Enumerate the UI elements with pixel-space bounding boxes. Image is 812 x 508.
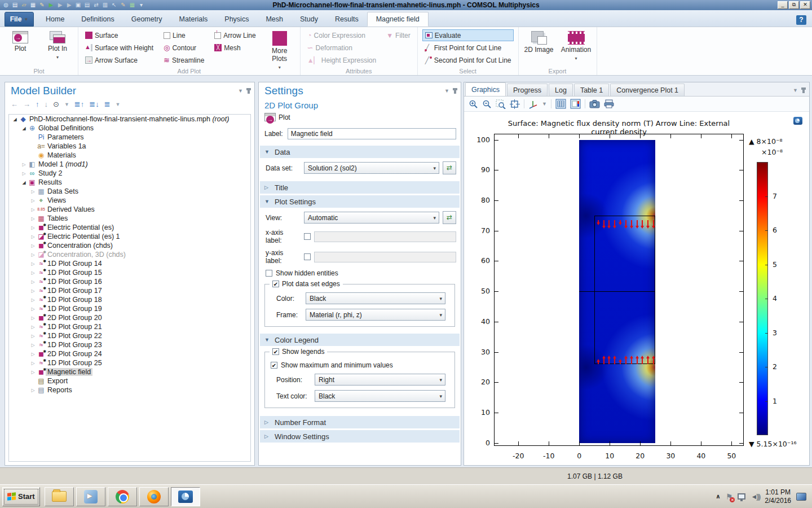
- model-tree-options-icon[interactable]: ≣: [104, 100, 111, 108]
- column-icon[interactable]: ▥: [102, 2, 109, 9]
- taskbar-button-explorer[interactable]: [45, 487, 74, 506]
- restore-button[interactable]: ⧉: [789, 1, 799, 9]
- plot-edges-checkbox[interactable]: ✔: [272, 281, 279, 287]
- collapsed-arrow-icon[interactable]: ▷: [29, 189, 37, 194]
- close-button[interactable]: ✕: [800, 1, 810, 9]
- ribbon-button-mesh[interactable]: Mesh: [212, 42, 258, 54]
- zoom-in-icon[interactable]: [469, 99, 478, 109]
- taskbar-button-media-player[interactable]: [76, 487, 105, 506]
- paste-icon[interactable]: ▤: [83, 2, 91, 9]
- plot-canvas[interactable]: Surface: Magnetic flux density norm (T) …: [464, 112, 809, 465]
- help-button[interactable]: ?: [796, 15, 806, 25]
- update-view-button[interactable]: ⇄: [443, 211, 456, 224]
- ribbon-tab-definitions[interactable]: Definitions: [73, 12, 122, 27]
- show-menu-icon[interactable]: ▼: [64, 102, 69, 107]
- ribbon-button-arrow-line[interactable]: Arrow Line: [212, 29, 258, 41]
- ribbon-button-plot[interactable]: Plot: [5, 29, 36, 53]
- stop-icon[interactable]: ▶: [65, 2, 73, 9]
- collapsed-arrow-icon[interactable]: ▷: [29, 234, 37, 239]
- panel-menu-icon[interactable]: ▼: [444, 88, 449, 94]
- ribbon-button-first-point-for-cut-line[interactable]: First Point for Cut Line: [422, 42, 514, 54]
- panel-menu-icon[interactable]: ▼: [238, 88, 243, 94]
- collapsed-arrow-icon[interactable]: ▷: [29, 388, 37, 393]
- new-file-icon[interactable]: ▤: [11, 2, 19, 9]
- tree-item-data-sets[interactable]: ▷▦Data Sets: [9, 187, 250, 196]
- save-icon[interactable]: ▦: [29, 2, 37, 9]
- minimize-button[interactable]: _: [778, 1, 788, 9]
- ribbon-tab-mesh[interactable]: Mesh: [257, 12, 292, 27]
- graphics-tab-progress[interactable]: Progress: [507, 84, 548, 96]
- clock[interactable]: 1:01 PM 2/4/2016: [765, 488, 791, 505]
- tree-item-export[interactable]: ▤Export: [9, 376, 250, 386]
- tree-item-global-definitions[interactable]: ◢⊕Global Definitions: [9, 124, 250, 133]
- tree-item-phd-microchannel-flow-final-transient-mahnetic-linus-mph[interactable]: ◢◆PhD-Microchannel-flow-final-transient-…: [9, 115, 250, 124]
- section-color-legend[interactable]: ▼ Color Legend: [260, 334, 460, 346]
- section-number-format[interactable]: ▷ Number Format: [260, 416, 460, 428]
- app-icon[interactable]: ◍: [2, 2, 10, 9]
- tree-item-model-1[interactable]: ▷◧Model 1 (mod1): [9, 160, 250, 169]
- legend-text-color-dropdown[interactable]: Black: [315, 390, 445, 402]
- pin-icon[interactable]: [248, 88, 250, 94]
- run-icon[interactable]: ▶: [47, 2, 55, 9]
- show-maxmin-checkbox[interactable]: ✔: [271, 362, 277, 369]
- print-icon[interactable]: [604, 99, 614, 108]
- show-hidden-checkbox[interactable]: [266, 270, 272, 277]
- options-menu-icon[interactable]: ▼: [116, 102, 121, 107]
- collapsed-arrow-icon[interactable]: ▷: [29, 270, 37, 275]
- graphics-tab-log[interactable]: Log: [549, 84, 573, 96]
- ribbon-button-surface[interactable]: Surface: [83, 29, 156, 41]
- duplicate-icon[interactable]: ⇄: [92, 2, 100, 9]
- ribbon-button-second-point-for-cut-line[interactable]: Second Point for Cut Line: [422, 54, 514, 66]
- volume-icon[interactable]: ◄))): [751, 493, 760, 501]
- edit-icon[interactable]: ✎: [38, 2, 46, 9]
- collapsed-arrow-icon[interactable]: ▷: [29, 216, 37, 221]
- ribbon-tab-magnetic-field[interactable]: Magnetic field: [367, 12, 429, 27]
- xaxis-label-checkbox[interactable]: [304, 233, 311, 240]
- collapse-all-icon[interactable]: ≣↑: [74, 100, 84, 108]
- frame-dropdown[interactable]: Material (r, phi, z): [306, 309, 445, 321]
- tree-item-materials[interactable]: ◉Materials: [9, 151, 250, 160]
- axis-menu-icon[interactable]: ▼: [542, 101, 547, 107]
- collapsed-arrow-icon[interactable]: ▷: [20, 171, 28, 176]
- zoom-extents-icon[interactable]: [510, 99, 520, 109]
- tree-item-variables-1a[interactable]: a=Variables 1a: [9, 142, 250, 151]
- caret-icon[interactable]: ▾: [138, 2, 145, 9]
- dataset-dropdown[interactable]: Solution 2 (sol2): [304, 162, 439, 174]
- go-to-source-button[interactable]: ⇄: [443, 161, 456, 174]
- show-icon[interactable]: ⊙: [53, 100, 59, 108]
- section-title[interactable]: ▷ Title: [260, 181, 460, 194]
- pin-icon[interactable]: [802, 87, 805, 93]
- tree-item-parameters[interactable]: PiParameters: [9, 133, 250, 142]
- collapsed-arrow-icon[interactable]: ▷: [20, 162, 28, 167]
- network-icon[interactable]: [738, 493, 745, 500]
- move-down-icon[interactable]: ↓: [45, 100, 48, 108]
- tree-item-magnetic-field[interactable]: ▷◼✱Magnetic field: [9, 367, 250, 376]
- ribbon-button-plot-in[interactable]: Plot In▾: [42, 29, 73, 60]
- collapsed-arrow-icon[interactable]: ▷: [29, 252, 37, 257]
- edge-color-dropdown[interactable]: Black: [306, 292, 445, 304]
- ribbon-tab-geometry[interactable]: Geometry: [123, 12, 171, 27]
- taskbar-button-chrome[interactable]: [108, 487, 137, 506]
- axis-orientation-icon[interactable]: [528, 99, 538, 109]
- settings-plot-button[interactable]: Plot: [259, 110, 461, 122]
- graphics-tab-table-1[interactable]: Table 1: [574, 84, 609, 96]
- ribbon-button-more-plots[interactable]: More Plots▾: [264, 29, 295, 70]
- collapsed-arrow-icon[interactable]: ▷: [29, 243, 37, 248]
- collapsed-arrow-icon[interactable]: ▷: [29, 316, 37, 321]
- tree-item-reports[interactable]: ▷▤Reports: [9, 386, 250, 395]
- collapsed-arrow-icon[interactable]: ▷: [29, 352, 37, 357]
- collapsed-arrow-icon[interactable]: ▷: [29, 325, 37, 330]
- panel-menu-icon[interactable]: ▼: [793, 87, 798, 93]
- collapsed-arrow-icon[interactable]: ▷: [29, 225, 37, 230]
- collapsed-arrow-icon[interactable]: ▷: [29, 361, 37, 366]
- back-icon[interactable]: ←: [11, 100, 18, 108]
- graphics-tab-convergence-plot-1[interactable]: Convergence Plot 1: [610, 84, 685, 96]
- expanded-arrow-icon[interactable]: ◢: [20, 180, 28, 185]
- collapsed-arrow-icon[interactable]: ▷: [29, 297, 37, 303]
- move-up-icon[interactable]: ↑: [36, 100, 39, 108]
- collapsed-arrow-icon[interactable]: ▷: [29, 198, 37, 203]
- show-legends-checkbox[interactable]: ✔: [272, 348, 279, 355]
- ribbon-button-surface-with-height[interactable]: Surface with Height: [83, 42, 156, 54]
- ribbon-tab-materials[interactable]: Materials: [171, 12, 217, 27]
- color-legend-toggle-icon[interactable]: [570, 99, 581, 109]
